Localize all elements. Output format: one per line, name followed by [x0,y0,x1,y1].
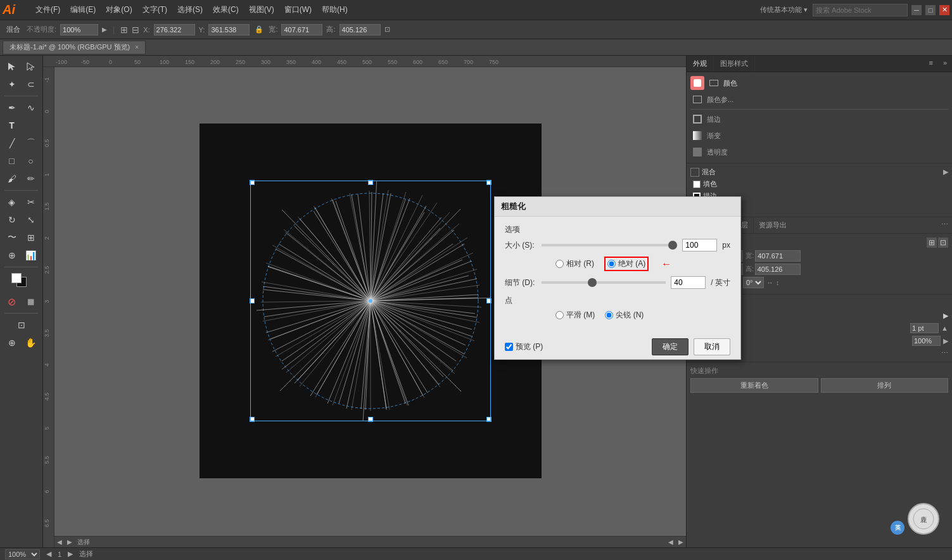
fill-color-box[interactable] [11,273,22,283]
smooth-option[interactable]: 平滑 (M) [555,310,595,321]
nav-prev-btn[interactable]: ◀ [46,550,51,558]
scroll-right-btn[interactable]: ▶ [67,538,72,545]
prop-tab-export[interactable]: 资源导出 [754,217,792,233]
warp-tool[interactable]: 〜 [3,229,21,246]
minimize-button[interactable]: ─ [911,5,922,15]
menu-effect[interactable]: 效果(C) [208,2,244,18]
scroll-h-btn[interactable]: ◀ [668,538,673,545]
flip-h-btn[interactable]: ↔ [766,279,773,286]
stroke-expand[interactable]: ▲ [941,324,948,332]
detail-slider[interactable] [542,281,666,284]
smooth-radio[interactable] [555,311,564,319]
lang-badge[interactable]: 英 [891,521,904,535]
absolute-radio[interactable] [607,260,616,268]
opacity-swatch[interactable] [693,148,702,156]
stroke-color-icon[interactable] [693,115,702,124]
pen-tool[interactable]: ✒ [3,99,21,116]
none-fill[interactable]: ⊘ [3,293,21,310]
opacity-expand[interactable]: ▶ [943,337,948,345]
close-button[interactable]: ✕ [939,5,949,15]
appear-expand-btn[interactable]: » [938,56,952,72]
h-field[interactable] [755,264,801,275]
gradient-fill[interactable]: ▦ [22,293,40,310]
graphic-style-tab[interactable]: 图形样式 [714,56,755,72]
direct-selection-tool[interactable] [22,58,40,75]
x-input[interactable] [154,24,195,35]
menu-view[interactable]: 视图(V) [244,2,279,18]
eraser-tool[interactable]: ◈ [3,194,21,210]
detail-input[interactable] [671,276,706,289]
blend-mode-label[interactable]: 混合 [4,23,23,35]
lasso-tool[interactable]: ⊂ [22,76,40,92]
appear-menu-btn[interactable]: ≡ [923,56,937,72]
menu-text[interactable]: 文字(T) [137,2,172,18]
stroke-weight-input[interactable] [910,323,939,333]
gradient-color-icon[interactable] [693,131,702,140]
relative-option[interactable]: 相对 (R) [555,258,594,269]
tab-close-button[interactable]: × [135,44,139,51]
free-transform-tool[interactable]: ⊞ [22,229,40,246]
document-tab[interactable]: 未标题-1.ai* @ 100% (RGB/GPU 预览) × [3,41,146,54]
menu-edit[interactable]: 编辑(E) [65,2,101,18]
vertical-type-tool[interactable] [22,117,40,134]
chart-tool[interactable]: 📊 [22,247,40,264]
ellipse-tool[interactable]: ○ [22,153,40,169]
paintbrush-tool[interactable]: 🖌 [3,170,21,187]
color-param-icon[interactable] [707,76,721,90]
opacity-arrow[interactable]: ▶ [102,26,107,33]
zoom-select[interactable]: 100% 50% 200% [5,549,40,559]
menu-file[interactable]: 文件(F) [30,2,65,18]
scroll-h-right[interactable]: ▶ [678,538,683,545]
flip-v-btn[interactable]: ↕ [776,279,780,286]
size-input[interactable] [682,239,717,251]
y-input[interactable] [208,24,250,35]
opacity-prop-input[interactable] [912,336,941,346]
menu-object[interactable]: 对象(O) [101,2,137,18]
sharp-radio[interactable] [605,311,613,319]
nav-next-btn[interactable]: ▶ [68,550,73,558]
line-tool[interactable]: ╱ [3,135,21,151]
preview-checkbox[interactable] [505,343,513,351]
blend-expand[interactable]: ▶ [943,168,948,176]
menu-help[interactable]: 帮助(H) [317,2,353,18]
sharp-option[interactable]: 尖锐 (N) [605,310,644,321]
ok-button[interactable]: 确定 [652,338,689,355]
height-input[interactable] [340,24,381,35]
cancel-button[interactable]: 取消 [694,338,730,355]
width-input[interactable] [281,24,322,35]
search-input[interactable] [813,4,908,16]
resize-icon[interactable]: ⊡ [384,25,390,34]
scissors-tool[interactable]: ✂ [22,194,40,210]
pencil-tool[interactable]: ✏ [22,170,40,187]
relative-radio[interactable] [555,260,564,268]
curvature-tool[interactable]: ∿ [22,99,40,116]
fill-expand[interactable]: ▶ [943,312,948,320]
size-slider[interactable] [542,244,677,246]
scale-tool[interactable]: ⤡ [22,212,40,228]
prop-more-btn[interactable]: ⋯ [937,217,952,233]
type-tool[interactable]: T [3,117,21,134]
rect-tool[interactable]: □ [3,153,21,169]
arc-tool[interactable]: ⌒ [22,135,40,151]
scroll-left-btn[interactable]: ◀ [57,538,62,545]
recolor-button[interactable]: 重新着色 [690,378,818,393]
shape-builder-tool[interactable]: ⊕ [3,247,21,264]
rotate-tool[interactable]: ↻ [3,212,21,228]
preview-option[interactable]: 预览 (P) [505,341,543,352]
arrange-button[interactable]: 排列 [821,378,949,393]
hand-tool[interactable]: ✋ [22,334,40,351]
more-fx-btn[interactable]: ⋯ [941,349,948,357]
opacity-input[interactable] [60,24,98,35]
menu-window[interactable]: 窗口(W) [279,2,317,18]
absolute-option[interactable]: 绝对 (A) [607,258,645,269]
transform-icon-1[interactable]: ⊞ [927,238,937,248]
artboard-tool[interactable]: ⊡ [13,317,30,333]
fill-swatch-sm[interactable] [693,181,701,188]
color-icon[interactable] [690,76,704,90]
magic-wand-tool[interactable]: ✦ [3,76,21,92]
menu-select[interactable]: 选择(S) [172,2,208,18]
w-field[interactable] [755,250,801,262]
transform-icon-2[interactable]: ⊡ [938,238,948,248]
scroll-bar-bottom[interactable]: ◀ ▶ 选择 ◀ ▶ [54,536,686,547]
zoom-tool[interactable]: ⊕ [3,334,21,351]
